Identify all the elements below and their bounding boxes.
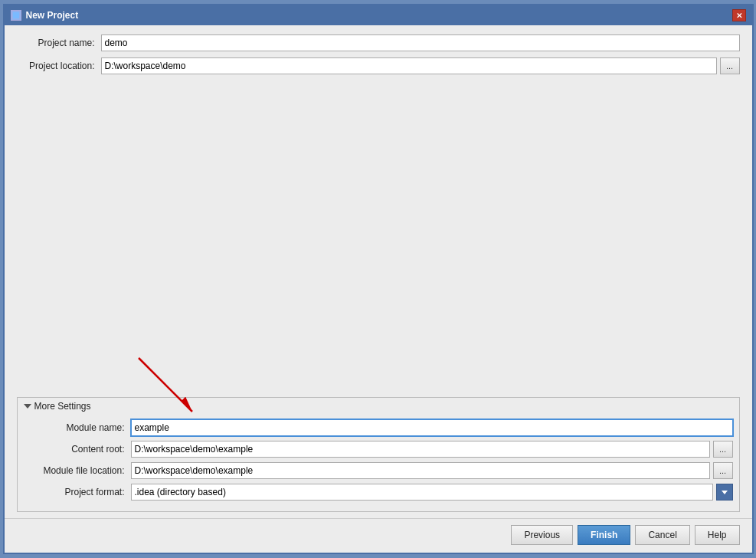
project-name-input[interactable]	[101, 34, 740, 51]
module-name-row: Module name:	[24, 419, 733, 436]
module-name-input[interactable]	[131, 419, 733, 436]
project-location-row: Project location: ...	[17, 57, 740, 74]
content-root-input-wrapper: ...	[131, 441, 733, 458]
dropdown-arrow-icon	[722, 491, 728, 494]
module-name-input-wrapper	[131, 419, 733, 436]
project-format-label: Project format:	[24, 487, 131, 497]
help-button[interactable]: Help	[695, 525, 740, 545]
close-button[interactable]: ✕	[732, 9, 746, 21]
project-name-label: Project name:	[17, 38, 101, 48]
cancel-button[interactable]: Cancel	[635, 525, 689, 545]
project-location-input[interactable]	[101, 57, 717, 74]
project-format-row: Project format:	[24, 484, 733, 501]
finish-button[interactable]: Finish	[578, 525, 630, 545]
project-name-input-wrapper	[101, 34, 740, 51]
dialog-footer: Previous Finish Cancel Help	[5, 518, 752, 553]
title-bar-left: New Project	[11, 10, 79, 21]
project-format-input[interactable]	[131, 484, 713, 501]
content-root-input[interactable]	[131, 441, 710, 458]
project-location-browse-button[interactable]: ...	[720, 57, 740, 74]
project-location-input-wrapper: ...	[101, 57, 740, 74]
more-settings-label: More Settings	[34, 401, 91, 412]
title-bar: New Project ✕	[5, 5, 752, 25]
middle-spacer	[17, 239, 740, 398]
more-settings-section: More Settings Module	[17, 397, 740, 512]
project-format-input-wrapper	[131, 484, 733, 501]
dialog-content: Project name: Project location: ...	[5, 25, 752, 518]
module-file-location-browse-button[interactable]: ...	[713, 462, 733, 479]
project-format-select-wrapper	[131, 484, 713, 501]
previous-button[interactable]: Previous	[511, 525, 573, 545]
module-file-location-input-wrapper: ...	[131, 462, 733, 479]
module-file-location-label: Module file location:	[24, 465, 131, 476]
project-location-label: Project location:	[17, 61, 101, 71]
module-file-location-row: Module file location: ...	[24, 462, 733, 479]
module-file-location-input[interactable]	[131, 462, 710, 479]
content-root-browse-button[interactable]: ...	[713, 441, 733, 458]
dialog-title: New Project	[26, 10, 79, 21]
dialog-icon	[11, 10, 21, 21]
more-settings-body: Module name: Content root: ... Module fi…	[18, 415, 739, 511]
new-project-dialog: New Project ✕ Project name: Project loca…	[3, 4, 754, 554]
content-root-row: Content root: ...	[24, 441, 733, 458]
module-name-label: Module name:	[24, 422, 131, 433]
project-format-dropdown-button[interactable]	[716, 484, 733, 501]
svg-rect-1	[13, 12, 16, 15]
content-root-label: Content root:	[24, 444, 131, 455]
more-settings-header[interactable]: More Settings	[18, 398, 739, 415]
collapse-icon	[24, 404, 31, 409]
project-name-row: Project name:	[17, 34, 740, 51]
